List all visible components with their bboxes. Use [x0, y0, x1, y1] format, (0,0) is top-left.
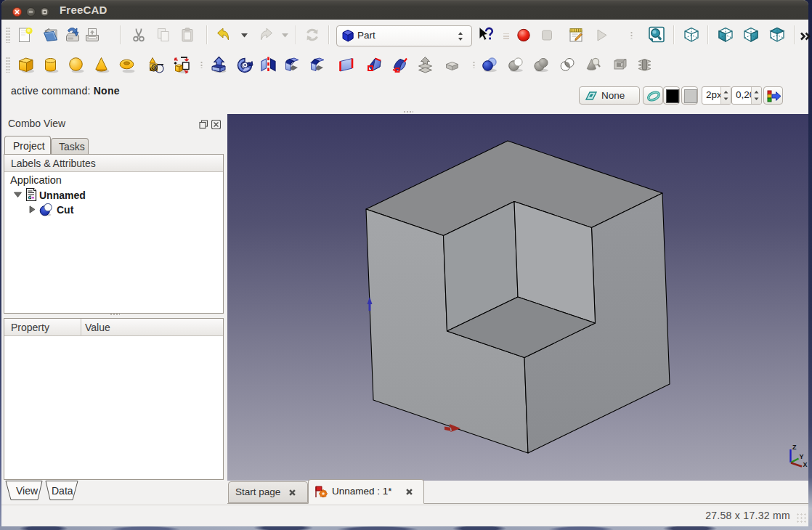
svg-text:Y: Y [800, 453, 804, 460]
svg-text:X: X [803, 461, 808, 468]
svg-text:Z: Z [792, 444, 797, 451]
svg-text:Data: Data [52, 485, 73, 497]
svg-text:View: View [16, 485, 38, 497]
